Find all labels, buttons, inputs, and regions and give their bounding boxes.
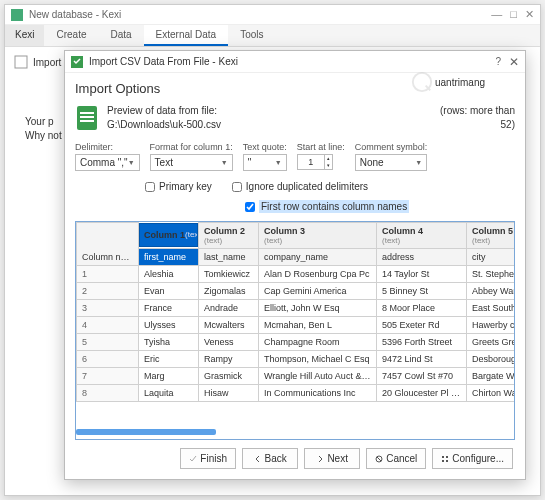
cell[interactable]: Rampy bbox=[199, 351, 259, 368]
configure-button[interactable]: Configure... bbox=[432, 448, 513, 469]
field-name-1[interactable]: first_name bbox=[139, 249, 199, 266]
cell[interactable]: Chirton Ward bbox=[467, 385, 516, 402]
cell[interactable]: 20 Gloucester Pl #96 bbox=[377, 385, 467, 402]
opt-start: Start at line: ▴▾ bbox=[297, 142, 345, 171]
step-down-icon[interactable]: ▾ bbox=[325, 162, 332, 169]
cell[interactable]: East Southbourne and Tuckton bbox=[467, 300, 516, 317]
kexi-menu-tab[interactable]: Kexi bbox=[5, 25, 44, 46]
row-number: 6 bbox=[77, 351, 139, 368]
tab-tools[interactable]: Tools bbox=[228, 25, 275, 46]
field-name-5[interactable]: city bbox=[467, 249, 516, 266]
dialog-title: Import CSV Data From File - Kexi bbox=[89, 56, 495, 67]
checkbox-row-1: Primary key Ignore duplicated delimiters bbox=[145, 181, 515, 192]
back-button[interactable]: Back bbox=[242, 448, 298, 469]
cell[interactable]: In Communications Inc bbox=[259, 385, 377, 402]
step-up-icon[interactable]: ▴ bbox=[325, 155, 332, 162]
delimiter-select[interactable]: Comma ","▼ bbox=[75, 154, 140, 171]
cell[interactable]: Aleshia bbox=[139, 266, 199, 283]
cell[interactable]: Ulysses bbox=[139, 317, 199, 334]
primary-key-check[interactable]: Primary key bbox=[145, 181, 212, 192]
comment-select[interactable]: None▼ bbox=[355, 154, 428, 171]
preview-table-wrap[interactable]: Column name Column 1(text) Column 2(text… bbox=[75, 221, 515, 440]
cell[interactable]: Grasmick bbox=[199, 368, 259, 385]
dialog-close-icon[interactable]: ✕ bbox=[509, 55, 519, 69]
checkbox-row-2: First row contains column names bbox=[245, 200, 515, 213]
first-row-check[interactable]: First row contains column names bbox=[245, 200, 409, 213]
cell[interactable]: France bbox=[139, 300, 199, 317]
cell[interactable]: Hisaw bbox=[199, 385, 259, 402]
cell[interactable]: 9472 Lind St bbox=[377, 351, 467, 368]
cell[interactable]: Tyisha bbox=[139, 334, 199, 351]
minimize-icon[interactable]: — bbox=[491, 8, 502, 21]
cell[interactable]: Cap Gemini America bbox=[259, 283, 377, 300]
cell[interactable]: Laquita bbox=[139, 385, 199, 402]
cancel-icon bbox=[375, 455, 383, 463]
col-header-1[interactable]: Column 1(text) bbox=[139, 223, 198, 247]
quote-select[interactable]: "▼ bbox=[243, 154, 287, 171]
dialog-heading: Import Options bbox=[75, 81, 515, 96]
cell[interactable]: 8 Moor Place bbox=[377, 300, 467, 317]
tab-external-data[interactable]: External Data bbox=[144, 25, 229, 46]
field-name-2[interactable]: last_name bbox=[199, 249, 259, 266]
cell[interactable]: St. Stephens Ward bbox=[467, 266, 516, 283]
col-header-4[interactable]: Column 4(text) bbox=[377, 223, 467, 249]
cell[interactable]: Veness bbox=[199, 334, 259, 351]
horizontal-scrollbar[interactable] bbox=[76, 429, 216, 435]
col-header-2[interactable]: Column 2(text) bbox=[199, 223, 259, 249]
cell[interactable]: Zigomalas bbox=[199, 283, 259, 300]
cell[interactable]: Mcwalters bbox=[199, 317, 259, 334]
opt-quote: Text quote: "▼ bbox=[243, 142, 287, 171]
cell[interactable]: Eric bbox=[139, 351, 199, 368]
table-row[interactable]: 1AleshiaTomkiewiczAlan D Rosenburg Cpa P… bbox=[77, 266, 516, 283]
cell[interactable]: Champagne Room bbox=[259, 334, 377, 351]
cell[interactable]: 14 Taylor St bbox=[377, 266, 467, 283]
cell[interactable]: Elliott, John W Esq bbox=[259, 300, 377, 317]
table-row[interactable]: 3FranceAndradeElliott, John W Esq8 Moor … bbox=[77, 300, 516, 317]
header-row-fields: first_name last_name company_name addres… bbox=[77, 249, 516, 266]
finish-button[interactable]: Finish bbox=[180, 448, 236, 469]
cell[interactable]: Hawerby cum Beesby bbox=[467, 317, 516, 334]
close-icon[interactable]: ✕ bbox=[525, 8, 534, 21]
ignore-dup-check[interactable]: Ignore duplicated delimiters bbox=[232, 181, 368, 192]
cell[interactable]: Wrangle Hill Auto Auct & Slvg bbox=[259, 368, 377, 385]
cell[interactable]: Desborough bbox=[467, 351, 516, 368]
table-row[interactable]: 5TyishaVenessChampagne Room5396 Forth St… bbox=[77, 334, 516, 351]
field-name-3[interactable]: company_name bbox=[259, 249, 377, 266]
table-row[interactable]: 8LaquitaHisawIn Communications Inc20 Glo… bbox=[77, 385, 516, 402]
background-text: Your p Why not bbox=[25, 115, 62, 143]
cell[interactable]: Alan D Rosenburg Cpa Pc bbox=[259, 266, 377, 283]
field-name-4[interactable]: address bbox=[377, 249, 467, 266]
cancel-button[interactable]: Cancel bbox=[366, 448, 426, 469]
start-line-stepper[interactable]: ▴▾ bbox=[297, 154, 345, 170]
next-button[interactable]: Next bbox=[304, 448, 360, 469]
format-select[interactable]: Text▼ bbox=[150, 154, 233, 171]
dialog-titlebar: Import CSV Data From File - Kexi ? ✕ bbox=[65, 51, 525, 73]
tab-data[interactable]: Data bbox=[98, 25, 143, 46]
cell[interactable]: 7457 Cowl St #70 bbox=[377, 368, 467, 385]
cell[interactable]: Thompson, Michael C Esq bbox=[259, 351, 377, 368]
help-icon[interactable]: ? bbox=[495, 56, 501, 67]
row-number: 7 bbox=[77, 368, 139, 385]
start-line-input[interactable] bbox=[297, 154, 325, 170]
table-row[interactable]: 4UlyssesMcwaltersMcmahan, Ben L505 Exete… bbox=[77, 317, 516, 334]
col-header-3[interactable]: Column 3(text) bbox=[259, 223, 377, 249]
col-header-5[interactable]: Column 5(text) bbox=[467, 223, 516, 249]
cell[interactable]: Abbey Ward bbox=[467, 283, 516, 300]
cell[interactable]: 5 Binney St bbox=[377, 283, 467, 300]
table-row[interactable]: 7MargGrasmickWrangle Hill Auto Auct & Sl… bbox=[77, 368, 516, 385]
maximize-icon[interactable]: □ bbox=[510, 8, 517, 21]
cell[interactable]: Marg bbox=[139, 368, 199, 385]
tab-create[interactable]: Create bbox=[44, 25, 98, 46]
main-window-title: New database - Kexi bbox=[29, 9, 491, 20]
arrow-right-icon bbox=[316, 455, 324, 463]
cell[interactable]: Tomkiewicz bbox=[199, 266, 259, 283]
cell[interactable]: Bargate Ward bbox=[467, 368, 516, 385]
cell[interactable]: Andrade bbox=[199, 300, 259, 317]
cell[interactable]: 5396 Forth Street bbox=[377, 334, 467, 351]
cell[interactable]: Evan bbox=[139, 283, 199, 300]
cell[interactable]: Greets Green and Lyng Ward bbox=[467, 334, 516, 351]
table-row[interactable]: 6EricRampyThompson, Michael C Esq9472 Li… bbox=[77, 351, 516, 368]
table-row[interactable]: 2EvanZigomalasCap Gemini America5 Binney… bbox=[77, 283, 516, 300]
cell[interactable]: 505 Exeter Rd bbox=[377, 317, 467, 334]
cell[interactable]: Mcmahan, Ben L bbox=[259, 317, 377, 334]
